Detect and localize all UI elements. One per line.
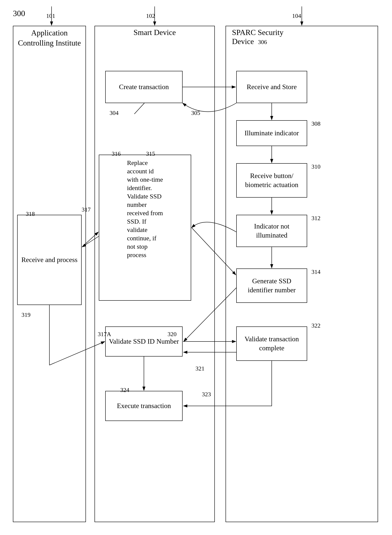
ref-304: 304 [110,110,119,116]
receive-process-box: Receive and process [17,215,82,305]
ref-317: 317 [82,206,91,213]
generate-ssd-box: Generate SSD identifier number [236,269,307,303]
execute-transaction-box: Execute transaction [105,391,182,421]
ref-308: 308 [312,120,321,127]
diagram-container: 300 101 102 104 Application Controlling … [0,0,392,535]
diagram-number: 300 [13,9,25,18]
receive-store-box: Receive and Store [236,71,307,103]
ref-320: 320 [168,331,177,338]
ref-324: 324 [120,386,129,393]
create-transaction-box: Create transaction [105,71,182,103]
ref-317a: 317A [98,331,111,338]
ref-104: 104 [292,13,301,19]
illuminate-box: Illuminate indicator [236,120,307,146]
ref-315: 315 [146,150,155,157]
ref-102: 102 [146,13,155,19]
ref-318: 318 [26,210,35,217]
ref-310: 310 [312,163,321,170]
receive-button-box: Receive button/ biometric actuation [236,163,307,198]
ref-306: 306 [258,39,267,45]
replace-account-box: Replaceaccount idwith one-timeidentifier… [99,155,191,301]
ref-305: 305 [191,110,200,116]
ref-323: 323 [202,391,211,398]
label-aci: Application Controlling Institute [13,28,86,48]
label-smart: Smart Device [94,28,215,37]
label-sparc: SPARC SecurityDevice 306 [228,28,378,46]
ref-101: 101 [46,13,55,19]
ref-314: 314 [312,269,321,275]
ref-319: 319 [22,312,31,318]
ref-322: 322 [312,322,321,329]
indicator-not-box: Indicator not illuminated [236,215,307,247]
ref-316: 316 [112,150,121,157]
ref-321: 321 [196,365,205,372]
ref-312: 312 [312,215,321,222]
validate-transaction-box: Validate transaction complete [236,326,307,361]
